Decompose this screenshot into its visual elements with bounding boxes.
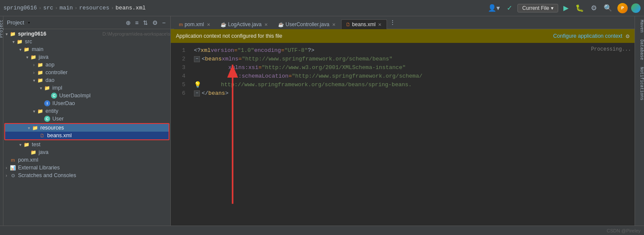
more-tabs-button[interactable]: ⋮ [390,19,396,26]
current-file-label: Current File [522,5,549,11]
logactive-tab-icon: ☕ [221,22,227,27]
search-button[interactable]: 🔍 [602,3,614,13]
tree-item-test[interactable]: ▾ 📁 test [3,141,170,148]
run-button[interactable]: ▶ [562,3,570,13]
tree-item-java-test[interactable]: 📁 java [3,148,170,156]
avatar-secondary [631,3,641,13]
tree-item-beansxml[interactable]: 🗋 beans.xml [5,132,169,139]
tab-pom-close[interactable]: ✕ [206,22,211,27]
editor-area: m pom.xml ✕ ☕ LogActive.java ✕ ☕ UserCon… [171,16,635,226]
code-editor[interactable]: 1 2 3 4 5 6 <?xml version="1.0" encoding… [171,43,635,226]
tree-item-scratches[interactable]: › ⊙ Scratches and Consoles [3,172,170,179]
code-line-5: 💡 http://www.springframework.org/schema/… [194,81,635,89]
tree-item-dao[interactable]: ▾ 📁 dao [3,76,170,84]
top-bar: spring0616 › src › main › resources › be… [0,0,644,16]
code-line-3: xmlns:xsi="http://www.w3.org/2001/XMLSch… [194,63,635,72]
left-strip: Project [0,16,3,226]
line-numbers: 1 2 3 4 5 6 [171,43,189,226]
project-dropdown-icon[interactable]: ▾ [27,20,30,25]
project-header-icons: ⊕ ≡ ⇅ ⚙ − [124,19,167,27]
project-panel-header: Project ▾ ⊕ ≡ ⇅ ⚙ − [3,16,170,29]
project-panel: Project ▾ ⊕ ≡ ⇅ ⚙ − ▾ 📁 spring0616 D:\My… [3,16,171,226]
warning-bar: Application context not configured for t… [171,29,635,43]
tree-item-external-libs[interactable]: › 📊 External Libraries [3,164,170,172]
breadcrumb-src[interactable]: src [43,5,53,11]
database-strip[interactable]: Database [635,36,644,63]
collapse-all-button[interactable]: ≡ [134,19,140,27]
fold-btn-6[interactable]: − [194,90,200,96]
tree-item-IUserDao[interactable]: I IUserDao [3,99,170,107]
project-sidebar-label[interactable]: Project [0,16,4,41]
debug-button[interactable]: 🐛 [574,3,586,13]
fold-btn-2[interactable]: − [194,56,200,62]
close-panel-button[interactable]: − [161,19,167,27]
code-line-6: − </beans> [194,89,635,98]
tree-item-controller[interactable]: › 📁 controller [3,69,170,76]
tree-item-aop[interactable]: › 📁 aop [3,61,170,69]
add-item-button[interactable]: ⊕ [124,19,132,27]
project-panel-title: Project [7,19,24,26]
breadcrumb-main[interactable]: main [60,5,73,11]
breadcrumb: spring0616 › src › main › resources › be… [3,5,146,11]
tab-usercontroller-close[interactable]: ✕ [331,22,336,27]
tab-usercontroller[interactable]: ☕ UserController.java ✕ [273,19,341,29]
git-button[interactable]: ✓ [505,3,514,13]
sort-button[interactable]: ⇅ [142,19,149,27]
code-content[interactable]: <?xml version="1.0" encoding="UTF-8"?> −… [189,43,635,226]
tree-item-impl[interactable]: ▾ 📁 impl [3,84,170,92]
maven-strip[interactable]: Maven [635,16,644,36]
bulb-icon[interactable]: 💡 [194,81,201,89]
breadcrumb-sep1: › [39,6,42,11]
breadcrumb-beansxml[interactable]: beans.xml [115,5,145,11]
breadcrumb-spring0616[interactable]: spring0616 [3,5,37,11]
chevron-down-icon: ▾ [551,5,553,11]
profile-button[interactable]: 👤▾ [486,3,502,13]
processing-text: Processing... [591,46,631,52]
build-menu-button[interactable]: ⚙ [589,3,599,13]
breadcrumb-sep2: › [55,6,58,11]
tree-item-UserDaoImpl[interactable]: C UserDaoImpl [3,92,170,99]
tree-item-java[interactable]: ▾ 📁 java [3,53,170,61]
tree-item-entity[interactable]: ▾ 📁 entity [3,107,170,115]
main-content: Project Project ▾ ⊕ ≡ ⇅ ⚙ − ▾ 📁 spring06… [0,16,644,226]
usercontroller-tab-icon: ☕ [278,22,284,27]
notifications-strip[interactable]: Notifications [635,63,644,104]
tab-pom[interactable]: m pom.xml ✕ [174,19,216,29]
bottom-bar: CSDN @Pireley [0,226,644,235]
tab-usercontroller-label: UserController.java [286,21,330,27]
tab-logactive[interactable]: ☕ LogActive.java ✕ [216,19,273,29]
warning-gear-icon[interactable]: ⚙ [626,33,629,40]
warning-text: Application context not configured for t… [176,33,550,39]
code-line-4: xsi:schemaLocation="http://www.springfra… [194,72,635,81]
code-line-2: − <beans xmlns="http://www.springframewo… [194,55,635,63]
tree-item-main[interactable]: ▾ 📁 main [3,45,170,53]
pom-tab-icon: m [179,22,183,27]
beansxml-tab-icon: 🗋 [346,22,351,27]
tab-logactive-label: LogActive.java [228,21,262,27]
settings-button[interactable]: ⚙ [151,19,159,27]
tabs-bar: m pom.xml ✕ ☕ LogActive.java ✕ ☕ UserCon… [171,16,635,29]
project-tree: ▾ 📁 spring0616 D:\Myprogram\idea-workspa… [3,29,170,226]
tab-logactive-close[interactable]: ✕ [263,22,269,27]
code-line-1: <?xml version="1.0" encoding="UTF-8"?> [194,46,635,55]
breadcrumb-sep4: › [111,6,114,11]
tree-item-spring0616[interactable]: ▾ 📁 spring0616 D:\Myprogram\idea-workspa… [3,30,170,38]
tab-beansxml-close[interactable]: ✕ [377,22,382,27]
current-file-button[interactable]: Current File ▾ [517,4,558,12]
resources-highlight-box: ▾ 📁 resources 🗋 beans.xml [4,123,169,140]
tree-item-User[interactable]: C User [3,115,170,123]
watermark: CSDN @Pireley [607,228,641,233]
tab-beansxml-label: beans.xml [352,21,376,27]
right-strips: Maven Database Notifications [635,16,644,226]
configure-context-link[interactable]: Configure application context [553,33,622,39]
tree-item-pomxml[interactable]: m pom.xml [3,156,170,164]
tab-pom-label: pom.xml [184,21,204,27]
tree-item-src[interactable]: ▾ 📁 src [3,38,170,45]
tab-beansxml[interactable]: 🗋 beans.xml ✕ [341,19,387,29]
top-bar-actions: 👤▾ ✓ Current File ▾ ▶ 🐛 ⚙ 🔍 P [486,3,641,13]
breadcrumb-resources[interactable]: resources [79,5,109,11]
avatar[interactable]: P [617,3,628,13]
breadcrumb-sep3: › [75,6,78,11]
tree-item-resources[interactable]: ▾ 📁 resources [5,124,169,132]
